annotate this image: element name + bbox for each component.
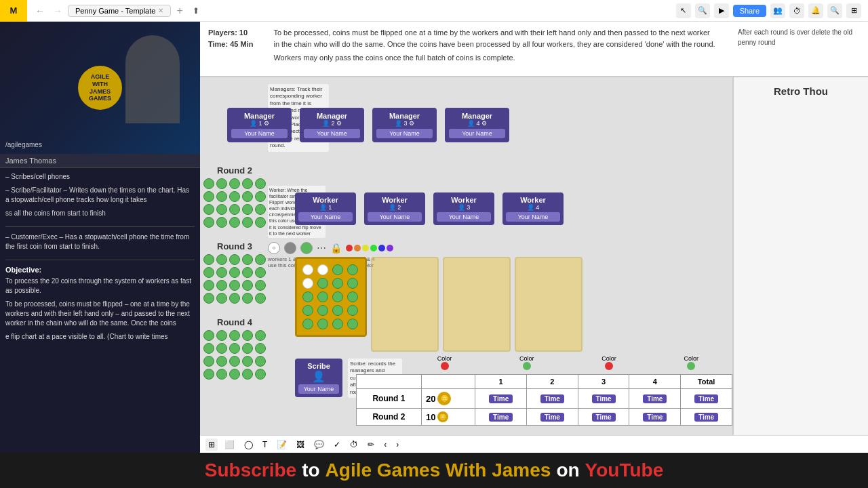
tool-select[interactable]: ⊞	[205, 439, 218, 451]
ctrl-circle-3[interactable]	[300, 242, 313, 254]
coin-green-14	[302, 319, 313, 329]
color-label-3: Color	[568, 355, 650, 371]
tool-frame[interactable]: ⬜	[222, 439, 237, 451]
game-board: Round 2 Round 3 Round 4	[200, 77, 868, 488]
round-2-coins	[203, 178, 266, 228]
time-badge: Time	[694, 413, 718, 422]
color-label-2: Color	[486, 355, 568, 371]
round-2-label: Round 2	[203, 165, 266, 176]
worker-row: Worker 👤 1 Your Name Worker 👤 2 Your Nam…	[295, 192, 564, 225]
collab-icon[interactable]: 👥	[770, 3, 785, 18]
instructions-text-2: Workers may only pass the coins once the…	[273, 52, 717, 64]
round1-time-2: Time	[526, 389, 578, 409]
coin	[255, 217, 266, 228]
worker-card-1: Worker 👤 1 Your Name	[295, 192, 356, 225]
tool-sticky[interactable]: 📝	[274, 439, 290, 451]
round1-time-total: Time	[681, 389, 732, 409]
cursor-tool-btn[interactable]: ↖	[676, 3, 691, 18]
tool-shape[interactable]: ◯	[241, 439, 256, 451]
ctrl-circle-1[interactable]: ○	[268, 242, 280, 254]
color-row: Color Color Color Color	[356, 355, 732, 371]
manager-4-name: Your Name	[449, 129, 505, 138]
coin-green-7	[317, 291, 328, 302]
tool-chevron-right[interactable]: ›	[393, 439, 401, 451]
objective-text: To process the 20 coins through the syst…	[5, 277, 195, 296]
bell-icon[interactable]: 🔔	[808, 3, 823, 18]
subscribe-text: Subscribe	[205, 460, 296, 481]
forward-btn[interactable]: →	[50, 5, 65, 16]
export-btn[interactable]: ⬆	[189, 6, 203, 16]
coin	[216, 293, 227, 304]
coin	[255, 191, 266, 202]
players-label: Players: 10	[208, 28, 248, 37]
tool-check[interactable]: ✓	[331, 439, 343, 451]
tool-comment[interactable]: 💬	[311, 439, 327, 451]
timer-icon[interactable]: ⏱	[789, 3, 804, 18]
time-label: Time: 45 Min	[208, 40, 253, 48]
tab-close-icon[interactable]: ✕	[158, 7, 163, 14]
coin-green-5	[347, 278, 358, 289]
coin	[203, 369, 214, 380]
manager-1-num: 👤 1 ⚙	[231, 120, 288, 127]
grid-icon[interactable]: ⊞	[846, 3, 861, 18]
coin	[216, 280, 227, 291]
file-tab[interactable]: Penny Game - Template ✕	[68, 5, 171, 17]
round-2-section: Round 2	[203, 165, 266, 228]
coin	[242, 217, 253, 228]
col-header-3: 3	[578, 375, 629, 389]
coin	[203, 217, 214, 228]
add-tab-btn[interactable]: +	[174, 5, 185, 17]
coin	[203, 293, 214, 304]
share-button[interactable]: Share	[733, 5, 766, 17]
sidebar-text-2: – Scribe/Facilitator – Writes down the t…	[5, 186, 195, 205]
back-btn[interactable]: ←	[33, 5, 47, 16]
ctrl-circle-2[interactable]	[284, 242, 296, 254]
worker-1-name: Your Name	[298, 212, 353, 222]
channel-name: /agilegames	[5, 141, 42, 148]
coin-green-1	[332, 264, 343, 275]
col-header-empty2	[421, 375, 475, 389]
manager-row: Manager 👤 1 ⚙ Your Name Manager 👤 2 ⚙ Yo…	[227, 108, 509, 142]
ctrl-dots-icon[interactable]: ⋯	[317, 243, 326, 253]
manager-4-num: 👤 4 ⚙	[449, 120, 505, 127]
coin	[242, 280, 253, 291]
coin-area	[295, 257, 583, 352]
coin	[255, 267, 266, 278]
scribe-icon: 👤	[298, 370, 339, 383]
process-text: To be processed, coins must be flipped –…	[5, 300, 195, 328]
instructions-text-3: After each round is over delete the old …	[738, 27, 860, 64]
worker-card-4: Worker 👤 4 Your Name	[502, 192, 564, 225]
coin	[229, 356, 240, 367]
coin	[203, 343, 214, 354]
worker-3-num: 👤 3	[437, 204, 491, 211]
round2-coins-num: 10	[426, 412, 435, 422]
search-icon[interactable]: 🔍	[827, 3, 842, 18]
tool-pencil[interactable]: ✏	[365, 439, 377, 451]
scribe-title: Scribe	[298, 362, 339, 370]
tool-image[interactable]: 🖼	[294, 439, 307, 451]
tool-chevron-left[interactable]: ‹	[381, 439, 389, 451]
coin	[229, 217, 240, 228]
ctrl-lock-icon: 🔒	[330, 243, 342, 253]
tool-text[interactable]: T	[260, 439, 270, 451]
retro-thoughts-title: Retro Thou	[774, 85, 828, 97]
time-badge: Time	[694, 394, 718, 403]
present-btn[interactable]: ▶	[714, 3, 729, 18]
coin	[255, 178, 266, 189]
zoom-btn[interactable]: 🔍	[695, 3, 710, 18]
miro-logo: Penny Game - Template M	[0, 0, 27, 22]
coin	[229, 254, 240, 265]
coin	[216, 204, 227, 215]
coin	[216, 369, 227, 380]
palette-green	[370, 245, 377, 251]
worker-2-name: Your Name	[368, 212, 422, 222]
sidebar-section-2: – Customer/Exec – Has a stopwatch/cell p…	[5, 232, 195, 260]
palette-blue	[378, 245, 385, 251]
coin	[229, 369, 240, 380]
tool-timer[interactable]: ⏱	[347, 439, 361, 451]
round1-time-3: Time	[578, 389, 629, 409]
coin	[255, 369, 266, 380]
manager-2-num: 👤 2 ⚙	[304, 120, 360, 127]
table-row-round1: Round 1 20 🪙 Time Time Time Time Time	[357, 389, 732, 409]
coin	[216, 330, 227, 341]
